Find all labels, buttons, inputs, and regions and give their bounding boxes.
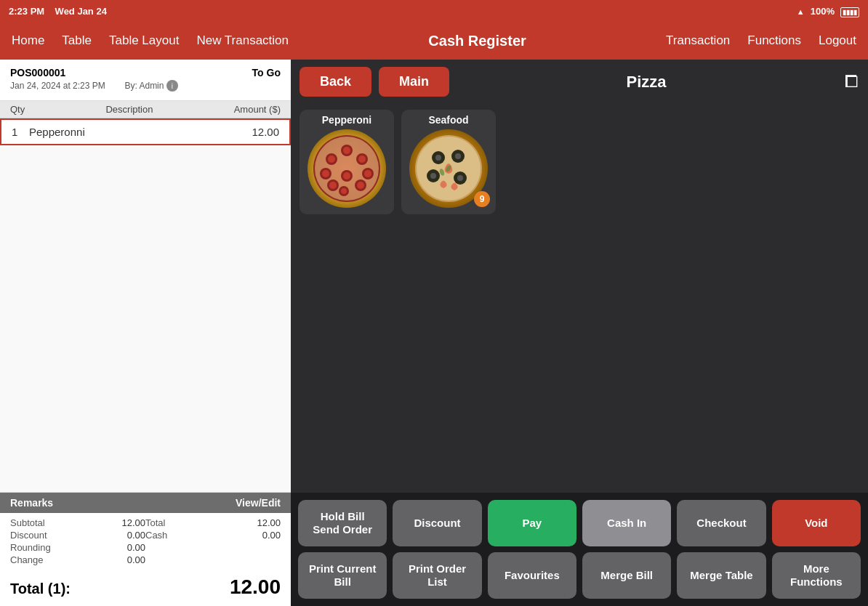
status-time: 2:23 PM Wed Jan 24 xyxy=(9,6,107,17)
remarks-bar: Remarks View/Edit xyxy=(0,493,291,513)
status-right: 100% xyxy=(797,6,859,17)
print-order-list-button[interactable]: Print Order List xyxy=(393,552,481,599)
receipt-item[interactable]: 1 Pepperonni 12.00 xyxy=(0,118,291,145)
back-button[interactable]: Back xyxy=(300,67,371,97)
nav-functions[interactable]: Functions xyxy=(747,33,801,48)
receipt-footer: Remarks View/Edit Subtotal 12.00 Total 1… xyxy=(0,492,291,606)
top-controls: Back Main Pizza ⧠ xyxy=(291,60,868,104)
grand-total-row: Total (1): 12.00 xyxy=(0,570,291,606)
main-layout: POS000001 To Go Jan 24, 2024 at 2:23 PM … xyxy=(0,60,868,606)
pepperoni-pizza-svg xyxy=(304,129,390,209)
col-qty: Qty xyxy=(10,104,25,115)
category-title: Pizza xyxy=(457,73,836,92)
svg-point-8 xyxy=(358,155,366,163)
change-label: Change xyxy=(10,554,78,565)
svg-point-18 xyxy=(343,172,350,179)
change-value: 0.00 xyxy=(78,554,145,565)
receipt-panel: POS000001 To Go Jan 24, 2024 at 2:23 PM … xyxy=(0,60,291,606)
nav-new-transaction[interactable]: New Transaction xyxy=(196,33,289,48)
nav-transaction[interactable]: Transaction xyxy=(666,33,730,48)
rounding-value: 0.00 xyxy=(78,542,145,553)
nav-table[interactable]: Table xyxy=(62,33,92,48)
left-nav: Home Table Table Layout New Transaction xyxy=(12,33,289,48)
more-functions-button[interactable]: More Functions xyxy=(772,552,861,599)
svg-point-14 xyxy=(329,182,337,189)
remarks-label: Remarks xyxy=(10,497,53,509)
menu-item-pepperoni[interactable]: Pepperoni xyxy=(300,110,394,214)
svg-point-31 xyxy=(457,175,463,181)
svg-point-20 xyxy=(341,188,347,194)
svg-point-12 xyxy=(364,170,371,177)
totals-grid: Subtotal 12.00 Total 12.00 Discount 0.00… xyxy=(0,513,291,570)
view-edit-link[interactable]: View/Edit xyxy=(236,497,281,509)
svg-point-6 xyxy=(328,155,335,163)
svg-point-27 xyxy=(455,153,461,159)
merge-table-button[interactable]: Merge Table xyxy=(677,552,765,599)
col-desc: Description xyxy=(105,104,153,115)
nav-bar: Home Table Table Layout New Transaction … xyxy=(0,22,868,60)
svg-point-10 xyxy=(322,170,329,177)
item-desc: Pepperonni xyxy=(29,126,252,138)
cash-in-button[interactable]: Cash In xyxy=(582,500,671,546)
grand-total-label: Total (1): xyxy=(10,581,71,597)
right-nav: Transaction Functions Logout xyxy=(666,33,856,48)
pepperoni-label: Pepperoni xyxy=(319,110,374,127)
seafood-label: Seafood xyxy=(425,110,471,127)
item-qty: 1 xyxy=(12,126,29,138)
scan-icon[interactable]: ⧠ xyxy=(843,73,859,92)
pepperoni-image xyxy=(304,129,390,209)
receipt-date: Jan 24, 2024 at 2:23 PM By: Admin i xyxy=(10,80,281,92)
subtotal-label: Subtotal xyxy=(10,517,78,528)
discount-button[interactable]: Discount xyxy=(393,500,481,546)
nav-home[interactable]: Home xyxy=(12,33,44,48)
svg-point-29 xyxy=(430,173,436,179)
void-button[interactable]: Void xyxy=(772,500,861,546)
grand-total-value: 12.00 xyxy=(230,575,281,599)
receipt-items: 1 Pepperonni 12.00 xyxy=(0,118,291,492)
svg-point-4 xyxy=(343,147,350,154)
pos-id: POS000001 xyxy=(10,67,65,78)
item-amount: 12.00 xyxy=(252,126,279,138)
nav-title: Cash Register xyxy=(289,33,666,49)
info-icon[interactable]: i xyxy=(166,80,178,92)
total-label: Total xyxy=(145,517,213,528)
menu-grid: Pepperoni xyxy=(291,104,868,493)
receipt-column-headers: Qty Description Amount ($) xyxy=(0,101,291,118)
favourites-button[interactable]: Favourites xyxy=(488,552,576,599)
menu-item-seafood[interactable]: Seafood xyxy=(401,110,496,214)
pay-button[interactable]: Pay xyxy=(488,500,576,546)
order-type: To Go xyxy=(252,67,281,78)
subtotal-value: 12.00 xyxy=(78,517,145,528)
seafood-badge: 9 xyxy=(474,191,490,207)
checkout-button[interactable]: Checkout xyxy=(677,500,765,546)
total-value: 12.00 xyxy=(213,517,281,528)
receipt-header: POS000001 To Go Jan 24, 2024 at 2:23 PM … xyxy=(0,60,291,101)
action-buttons: Hold Bill Send Order Discount Pay Cash I… xyxy=(291,493,868,606)
cash-label: Cash xyxy=(145,530,213,541)
rounding-label: Rounding xyxy=(10,542,78,553)
col-amount: Amount ($) xyxy=(234,104,281,115)
nav-table-layout[interactable]: Table Layout xyxy=(109,33,179,48)
menu-panel: Back Main Pizza ⧠ Pepperoni xyxy=(291,60,868,606)
cash-value: 0.00 xyxy=(213,530,281,541)
svg-point-25 xyxy=(435,155,441,161)
svg-point-16 xyxy=(357,182,364,189)
discount-label: Discount xyxy=(10,530,78,541)
merge-bill-button[interactable]: Merge Bill xyxy=(582,552,671,599)
discount-value: 0.00 xyxy=(78,530,145,541)
main-button[interactable]: Main xyxy=(379,67,449,97)
print-current-bill-button[interactable]: Print Current Bill xyxy=(298,552,387,599)
wifi-icon xyxy=(797,6,805,17)
status-bar: 2:23 PM Wed Jan 24 100% xyxy=(0,0,868,22)
order-type-row: To Go xyxy=(252,67,281,78)
hold-bill-send-order-button[interactable]: Hold Bill Send Order xyxy=(298,500,387,546)
battery-icon xyxy=(840,6,859,17)
nav-logout[interactable]: Logout xyxy=(819,33,856,48)
